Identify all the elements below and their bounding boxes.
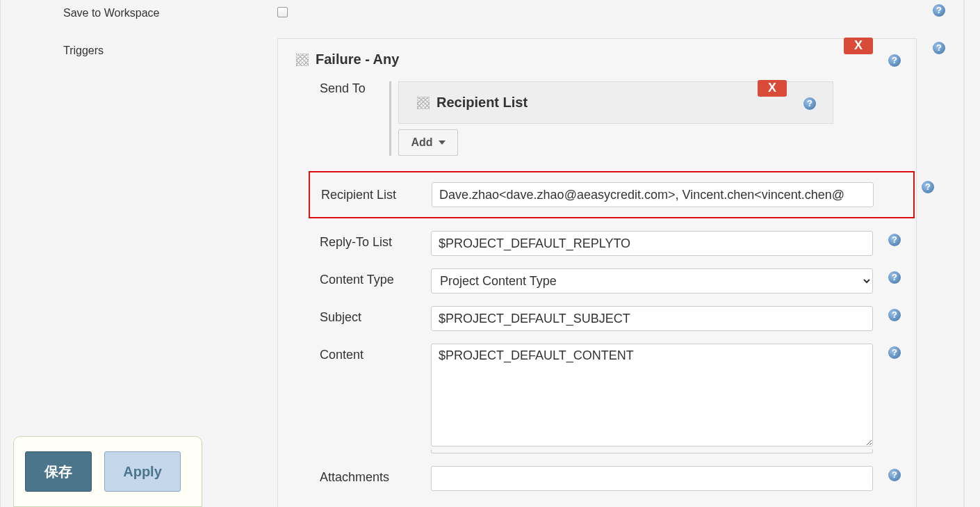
help-icon[interactable] [933,4,945,17]
help-icon[interactable] [803,97,816,110]
close-recipient-button[interactable]: X [758,80,787,97]
add-button-label: Add [411,136,432,149]
content-textarea[interactable] [431,344,873,446]
help-icon[interactable] [888,309,901,321]
footer-bar: 保存 Apply [13,436,202,507]
help-icon[interactable] [888,346,901,359]
add-button[interactable]: Add [398,129,458,156]
content-label: Content [320,344,431,362]
help-icon[interactable] [888,54,901,67]
help-icon[interactable] [888,469,901,481]
help-icon[interactable] [888,271,901,284]
save-to-workspace-checkbox[interactable] [277,7,288,17]
content-type-label: Content Type [320,268,431,287]
close-trigger-button[interactable]: X [844,38,873,54]
save-button[interactable]: 保存 [25,451,92,492]
recipient-list-highlight: Recipient List [309,171,915,218]
help-icon[interactable] [933,42,945,54]
subject-input[interactable] [431,306,873,331]
divider [963,0,965,507]
recipient-list-title: Recipient List [436,95,528,111]
save-to-workspace-label: Save to Workspace [63,7,159,19]
triggers-label: Triggers [63,45,104,57]
drag-handle-icon[interactable] [296,54,309,66]
help-icon[interactable] [922,181,934,193]
help-icon[interactable] [888,234,901,246]
reply-to-label: Reply-To List [320,231,431,250]
send-to-label: Send To [278,81,389,156]
recipient-list-card: Recipient List X [398,81,833,124]
reply-to-input[interactable] [431,231,873,256]
trigger-title: Failure - Any [316,51,399,67]
drag-handle-icon[interactable] [417,97,430,109]
attachments-label: Attachments [320,466,431,485]
content-type-select[interactable]: Project Content Type [431,268,873,293]
attachments-input[interactable] [431,466,873,491]
recipient-list-label: Recipient List [310,188,432,202]
resize-handle-icon[interactable] [431,449,873,453]
apply-button[interactable]: Apply [104,451,181,492]
trigger-card: Failure - Any X Send To Recipient List X [277,38,917,507]
recipient-list-input[interactable] [432,182,874,207]
subject-label: Subject [320,306,431,325]
chevron-down-icon [439,140,446,145]
